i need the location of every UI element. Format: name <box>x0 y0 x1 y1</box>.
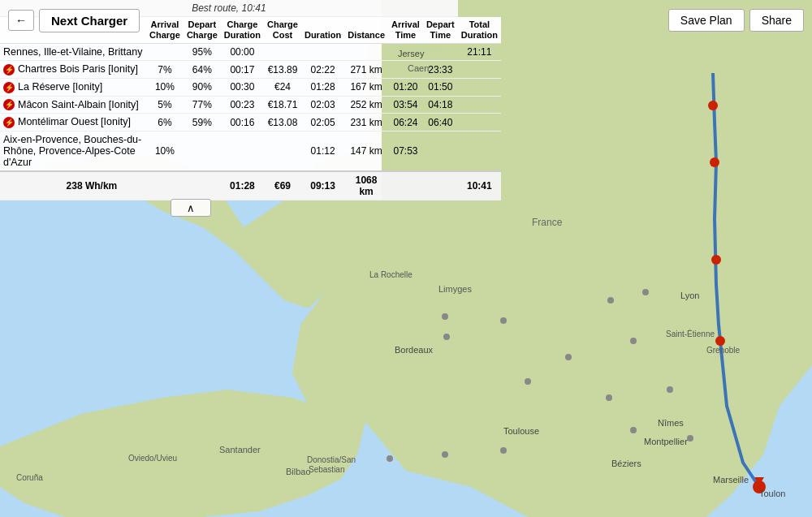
cell-arrival-time <box>388 61 423 79</box>
cell-charge_duration: 00:30 <box>221 79 264 97</box>
svg-text:Lyon: Lyon <box>680 291 699 300</box>
cell-depart_charge: 64% <box>184 61 221 79</box>
cell-distance <box>344 44 388 61</box>
totals-duration: 09:13 <box>301 171 344 200</box>
cell-duration: 02:03 <box>301 96 344 114</box>
table-row: ⚡Montélimar Ouest [Ionity]6%59%00:16€13.… <box>0 114 501 131</box>
cell-total-duration <box>458 131 501 172</box>
cell-arrival_charge <box>146 44 184 61</box>
svg-point-21 <box>442 451 448 458</box>
totals-distance: 1068 km <box>344 171 388 200</box>
svg-text:Santander: Santander <box>219 445 261 455</box>
svg-text:Oviedo/Uvieu: Oviedo/Uvieu <box>128 454 177 463</box>
cell-arrival_charge: 6% <box>146 114 184 131</box>
table-row: ⚡La Réserve [Ionity]10%90%00:30€2401:281… <box>0 79 501 97</box>
cell-duration: 02:22 <box>301 61 344 79</box>
cell-depart-time: 01:50 <box>423 79 458 97</box>
svg-point-14 <box>607 297 614 304</box>
totals-charge-duration: 01:28 <box>221 171 264 200</box>
save-plan-label: Save Plan <box>680 14 732 27</box>
svg-text:Grenoble: Grenoble <box>706 346 741 355</box>
cell-duration: 01:28 <box>301 79 344 97</box>
cell-depart-time <box>423 44 458 61</box>
cell-charge_duration: 00:23 <box>221 96 264 114</box>
route-stop-name: Aix-en-Provence, Bouches-du-Rhône, Prove… <box>0 131 146 172</box>
table-row: Rennes, Ille-et-Vilaine, Brittany95%00:0… <box>0 44 501 61</box>
cell-total-duration <box>458 114 501 131</box>
svg-point-15 <box>642 289 649 295</box>
collapse-icon: ∧ <box>187 202 195 214</box>
route-stop-name: ⚡Mâcon Saint-Albain [Ionity] <box>0 96 146 114</box>
svg-point-13 <box>500 317 507 324</box>
cell-arrival_charge: 5% <box>146 96 184 114</box>
svg-point-25 <box>606 394 612 401</box>
cell-distance: 167 km <box>344 79 388 97</box>
svg-text:Saint-Étienne: Saint-Étienne <box>666 329 715 338</box>
save-plan-button[interactable]: Save Plan <box>668 9 745 32</box>
svg-text:Limyges: Limyges <box>438 284 472 294</box>
cell-total-duration: 21:11 <box>458 44 501 61</box>
totals-empty2 <box>388 171 423 200</box>
cell-charge_duration: 00:16 <box>221 114 264 131</box>
cell-arrival_charge: 7% <box>146 61 184 79</box>
cell-distance: 147 km <box>344 131 388 172</box>
cell-duration: 01:12 <box>301 131 344 172</box>
cell-total-duration <box>458 96 501 114</box>
svg-point-18 <box>565 354 572 360</box>
svg-text:Marseille: Marseille <box>713 475 749 485</box>
cell-depart_charge: 90% <box>184 79 221 97</box>
totals-row: 238 Wh/km01:28€6909:131068 km10:41 <box>0 171 501 200</box>
back-arrow-icon: ← <box>15 14 27 27</box>
cell-duration <box>301 44 344 61</box>
cell-total-duration <box>458 61 501 79</box>
table-row: Aix-en-Provence, Bouches-du-Rhône, Prove… <box>0 131 501 172</box>
svg-text:Toulouse: Toulouse <box>503 426 539 436</box>
cell-depart-time: 04:18 <box>423 96 458 114</box>
table-row: ⚡Mâcon Saint-Albain [Ionity]5%77%00:23€1… <box>0 96 501 114</box>
cell-charge_duration: 00:17 <box>221 61 264 79</box>
cell-depart_charge: 59% <box>184 114 221 131</box>
svg-point-24 <box>687 435 693 442</box>
svg-point-22 <box>500 447 507 454</box>
cell-charge_cost <box>264 44 301 61</box>
svg-text:Nîmes: Nîmes <box>658 418 684 428</box>
cell-charge_duration <box>221 131 264 172</box>
svg-text:Coruña: Coruña <box>16 473 43 482</box>
charger-icon: ⚡ <box>3 117 15 128</box>
totals-empty3 <box>423 171 458 200</box>
totals-total-duration: 10:41 <box>458 171 501 200</box>
svg-point-26 <box>387 455 393 462</box>
route-stop-name: ⚡Montélimar Ouest [Ionity] <box>0 114 146 131</box>
collapse-button[interactable]: ∧ <box>171 199 211 217</box>
svg-point-23 <box>630 427 637 433</box>
route-stop-name: Rennes, Ille-et-Vilaine, Brittany <box>0 44 146 61</box>
cell-arrival_charge: 10% <box>146 131 184 172</box>
cell-charge_duration: 00:00 <box>221 44 264 61</box>
table-row: ⚡Chartres Bois Paris [Ionity]7%64%00:17€… <box>0 61 501 79</box>
svg-point-16 <box>443 334 450 340</box>
totals-empty <box>184 171 221 200</box>
svg-text:Bordeaux: Bordeaux <box>395 345 434 355</box>
next-charger-label: Next Charger <box>51 14 127 28</box>
route-table-body: Rennes, Ille-et-Vilaine, Brittany95%00:0… <box>0 44 501 171</box>
cell-distance: 231 km <box>344 114 388 131</box>
cell-depart_charge <box>184 131 221 172</box>
next-charger-button[interactable]: Next Charger <box>39 9 140 32</box>
cell-charge_cost: €13.89 <box>264 61 301 79</box>
charger-icon: ⚡ <box>3 64 15 75</box>
cell-distance: 252 km <box>344 96 388 114</box>
cell-arrival_charge: 10% <box>146 79 184 97</box>
cell-arrival-time: 01:20 <box>388 79 423 97</box>
share-button[interactable]: Share <box>749 9 804 32</box>
svg-text:Toulon: Toulon <box>759 489 785 498</box>
cell-arrival-time: 06:24 <box>388 114 423 131</box>
charger-icon: ⚡ <box>3 82 15 93</box>
back-button[interactable]: ← <box>8 10 34 31</box>
share-label: Share <box>762 14 792 27</box>
svg-text:France: France <box>532 217 563 228</box>
svg-text:Montpellier: Montpellier <box>644 437 688 446</box>
cell-duration: 02:05 <box>301 114 344 131</box>
cell-charge_cost: €13.08 <box>264 114 301 131</box>
cell-depart_charge: 77% <box>184 96 221 114</box>
svg-point-7 <box>710 157 719 167</box>
